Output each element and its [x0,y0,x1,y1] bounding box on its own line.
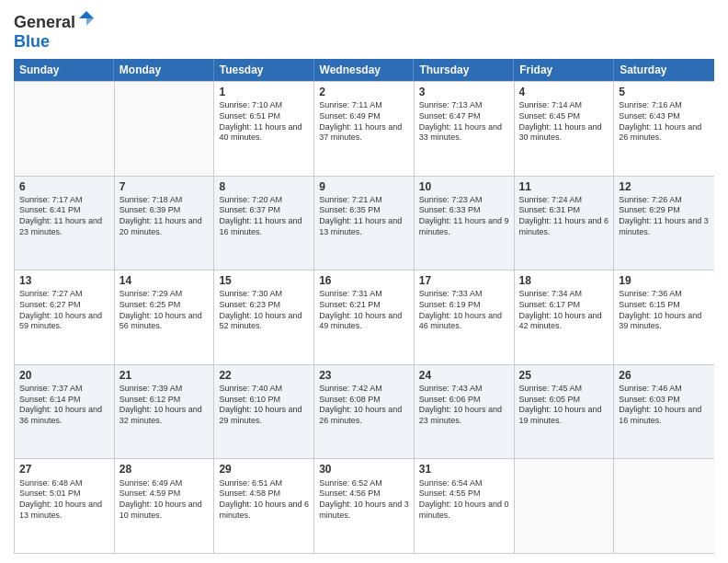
day-number: 30 [319,462,409,477]
cell-info: Sunrise: 7:14 AM Sunset: 6:45 PM Dayligh… [519,100,609,144]
day-number: 19 [619,273,710,288]
cell-info: Sunrise: 7:16 AM Sunset: 6:43 PM Dayligh… [619,100,710,144]
calendar-cell: 2Sunrise: 7:11 AM Sunset: 6:49 PM Daylig… [314,82,415,176]
day-number: 21 [119,368,210,383]
cell-info: Sunrise: 6:52 AM Sunset: 4:56 PM Dayligh… [319,478,409,522]
header-day-saturday: Saturday [614,59,714,81]
calendar-row-2: 6Sunrise: 7:17 AM Sunset: 6:41 PM Daylig… [15,176,714,270]
day-number: 25 [519,368,609,383]
day-number: 9 [319,179,409,194]
cell-info: Sunrise: 7:30 AM Sunset: 6:23 PM Dayligh… [219,289,309,332]
calendar-cell: 22Sunrise: 7:40 AM Sunset: 6:10 PM Dayli… [214,365,314,459]
cell-info: Sunrise: 7:27 AM Sunset: 6:27 PM Dayligh… [19,289,109,332]
day-number: 27 [19,462,109,477]
cell-info: Sunrise: 7:39 AM Sunset: 6:12 PM Dayligh… [119,384,210,427]
calendar-cell: 17Sunrise: 7:33 AM Sunset: 6:19 PM Dayli… [415,270,515,364]
header: General Blue [14,9,714,52]
logo-blue: Blue [14,32,50,51]
cell-info: Sunrise: 7:37 AM Sunset: 6:14 PM Dayligh… [19,384,109,427]
calendar-cell: 18Sunrise: 7:34 AM Sunset: 6:17 PM Dayli… [515,270,615,364]
cell-info: Sunrise: 7:45 AM Sunset: 6:05 PM Dayligh… [519,384,609,427]
cell-info: Sunrise: 7:33 AM Sunset: 6:19 PM Dayligh… [419,289,509,332]
day-number: 12 [619,179,710,194]
cell-info: Sunrise: 7:46 AM Sunset: 6:03 PM Dayligh… [619,384,710,427]
cell-info: Sunrise: 7:26 AM Sunset: 6:29 PM Dayligh… [619,195,710,238]
day-number: 17 [419,273,509,288]
svg-marker-1 [86,18,94,26]
page: General Blue SundayMondayTuesdayWednesda… [0,0,728,563]
header-day-tuesday: Tuesday [214,59,314,81]
day-number: 5 [619,85,710,99]
calendar-row-4: 20Sunrise: 7:37 AM Sunset: 6:14 PM Dayli… [15,364,714,459]
day-number: 3 [419,85,509,99]
cell-info: Sunrise: 7:23 AM Sunset: 6:33 PM Dayligh… [419,195,509,238]
calendar-cell [15,82,115,176]
calendar-cell: 6Sunrise: 7:17 AM Sunset: 6:41 PM Daylig… [15,177,115,270]
calendar-cell: 1Sunrise: 7:10 AM Sunset: 6:51 PM Daylig… [214,82,314,176]
day-number: 4 [519,85,609,99]
cell-info: Sunrise: 7:21 AM Sunset: 6:35 PM Dayligh… [319,195,409,238]
day-number: 15 [219,273,309,288]
day-number: 14 [119,273,210,288]
cell-info: Sunrise: 7:10 AM Sunset: 6:51 PM Dayligh… [219,100,309,144]
cell-info: Sunrise: 7:20 AM Sunset: 6:37 PM Dayligh… [219,195,309,238]
calendar-cell: 5Sunrise: 7:16 AM Sunset: 6:43 PM Daylig… [614,82,714,176]
cell-info: Sunrise: 7:42 AM Sunset: 6:08 PM Dayligh… [319,384,409,427]
calendar-cell: 23Sunrise: 7:42 AM Sunset: 6:08 PM Dayli… [314,365,415,459]
header-day-sunday: Sunday [14,59,114,81]
day-number: 18 [519,273,609,288]
day-number: 13 [19,273,109,288]
calendar-cell: 4Sunrise: 7:14 AM Sunset: 6:45 PM Daylig… [515,82,615,176]
calendar-cell: 16Sunrise: 7:31 AM Sunset: 6:21 PM Dayli… [314,270,415,364]
calendar-cell: 21Sunrise: 7:39 AM Sunset: 6:12 PM Dayli… [115,365,215,459]
logo-general: General [14,13,75,31]
calendar-cell: 15Sunrise: 7:30 AM Sunset: 6:23 PM Dayli… [214,270,314,364]
day-number: 23 [319,368,409,383]
cell-info: Sunrise: 6:48 AM Sunset: 5:01 PM Dayligh… [19,478,109,522]
day-number: 16 [319,273,409,288]
calendar-cell: 24Sunrise: 7:43 AM Sunset: 6:06 PM Dayli… [415,365,515,459]
cell-info: Sunrise: 6:54 AM Sunset: 4:55 PM Dayligh… [419,478,509,522]
day-number: 10 [419,179,509,194]
calendar-cell: 30Sunrise: 6:52 AM Sunset: 4:56 PM Dayli… [314,459,415,553]
day-number: 8 [219,179,309,194]
calendar-cell: 13Sunrise: 7:27 AM Sunset: 6:27 PM Dayli… [15,270,115,364]
calendar-cell: 31Sunrise: 6:54 AM Sunset: 4:55 PM Dayli… [415,459,515,553]
cell-info: Sunrise: 7:18 AM Sunset: 6:39 PM Dayligh… [119,195,210,238]
calendar-row-1: 1Sunrise: 7:10 AM Sunset: 6:51 PM Daylig… [15,81,714,176]
cell-info: Sunrise: 7:31 AM Sunset: 6:21 PM Dayligh… [319,289,409,332]
svg-marker-0 [79,11,94,18]
day-number: 26 [619,368,710,383]
day-number: 11 [519,179,609,194]
logo: General Blue [14,9,96,52]
day-number: 24 [419,368,509,383]
day-number: 22 [219,368,309,383]
day-number: 2 [319,85,409,99]
calendar-cell [115,82,215,176]
calendar-cell: 12Sunrise: 7:26 AM Sunset: 6:29 PM Dayli… [614,177,714,270]
calendar-row-5: 27Sunrise: 6:48 AM Sunset: 5:01 PM Dayli… [15,458,714,553]
cell-info: Sunrise: 7:40 AM Sunset: 6:10 PM Dayligh… [219,384,309,427]
cell-info: Sunrise: 7:24 AM Sunset: 6:31 PM Dayligh… [519,195,609,238]
calendar-cell [614,459,714,553]
day-number: 20 [19,368,109,383]
header-day-friday: Friday [514,59,614,81]
header-day-thursday: Thursday [414,59,514,81]
day-number: 28 [119,462,210,477]
header-day-monday: Monday [114,59,214,81]
cell-info: Sunrise: 7:34 AM Sunset: 6:17 PM Dayligh… [519,289,609,332]
cell-info: Sunrise: 7:17 AM Sunset: 6:41 PM Dayligh… [19,195,109,238]
calendar-header: SundayMondayTuesdayWednesdayThursdayFrid… [14,59,714,81]
cell-info: Sunrise: 7:11 AM Sunset: 6:49 PM Dayligh… [319,100,409,144]
calendar-cell: 7Sunrise: 7:18 AM Sunset: 6:39 PM Daylig… [115,177,215,270]
calendar-cell [515,459,615,553]
day-number: 7 [119,179,210,194]
calendar-cell: 9Sunrise: 7:21 AM Sunset: 6:35 PM Daylig… [314,177,415,270]
calendar-cell: 26Sunrise: 7:46 AM Sunset: 6:03 PM Dayli… [614,365,714,459]
logo-icon [77,9,96,28]
day-number: 29 [219,462,309,477]
calendar-cell: 25Sunrise: 7:45 AM Sunset: 6:05 PM Dayli… [515,365,615,459]
cell-info: Sunrise: 7:43 AM Sunset: 6:06 PM Dayligh… [419,384,509,427]
calendar: SundayMondayTuesdayWednesdayThursdayFrid… [14,59,714,554]
calendar-row-3: 13Sunrise: 7:27 AM Sunset: 6:27 PM Dayli… [15,270,714,364]
